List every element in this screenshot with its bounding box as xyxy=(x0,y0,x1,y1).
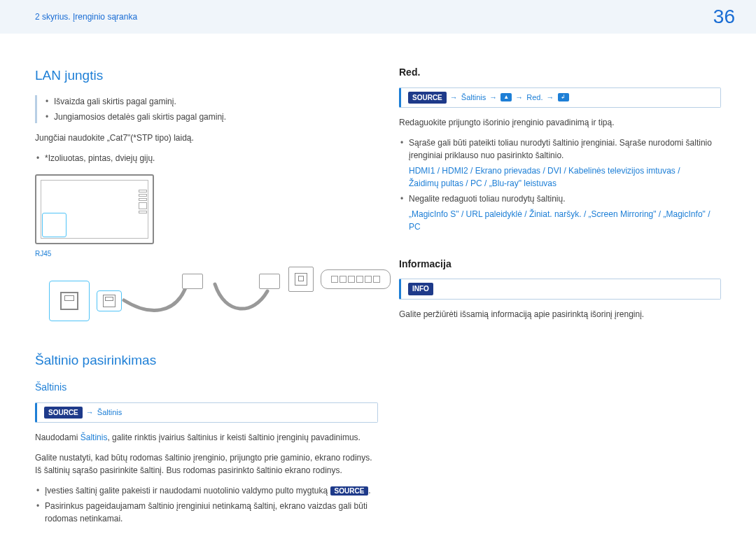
bullet-item: Įvesties šaltinį galite pakeisti ir naud… xyxy=(35,484,378,497)
heading-source: Šaltinis xyxy=(35,380,378,395)
lan-port-highlight xyxy=(42,213,66,237)
cable-plug-icon xyxy=(182,274,203,289)
arrow-icon: → xyxy=(450,92,458,104)
info-badge: INFO xyxy=(408,283,433,295)
path-edit: Red. xyxy=(526,92,542,104)
heading-information: Informacija xyxy=(399,257,721,272)
right-column: Red. SOURCE → Šaltinis → ▲ → Red. → ↲ Re… xyxy=(399,65,721,532)
paragraph: Galite peržiūrėti išsamią informaciją ap… xyxy=(399,308,721,321)
arrow-icon: → xyxy=(86,407,94,419)
source-badge: SOURCE xyxy=(44,407,83,419)
page-content: LAN jungtis Išvaizda gali skirtis pagal … xyxy=(0,34,756,532)
paragraph: Naudodami Šaltinis, galite rinktis įvair… xyxy=(35,431,378,444)
heading-source-selection: Šaltinio pasirinkimas xyxy=(35,350,378,370)
page-number: 36 xyxy=(713,6,735,28)
rj45-plug-small xyxy=(97,290,122,311)
cable-note: *Izoliuotas, pintas, dviejų gijų. xyxy=(35,152,378,164)
note-box: Išvaizda gali skirtis pagal gaminį. Jung… xyxy=(35,95,378,123)
paragraph: Galite nustatyti, kad būtų rodomas šalti… xyxy=(35,451,378,477)
heading-edit: Red. xyxy=(399,65,721,80)
path-source: Šaltinis xyxy=(97,407,122,419)
rj45-label: RJ45 xyxy=(35,248,189,260)
bullet-item: Pasirinkus pageidaujamam šaltinio įrengi… xyxy=(35,500,378,525)
source-path-box: SOURCE → Šaltinis xyxy=(35,402,378,423)
arrow-icon: → xyxy=(489,92,497,104)
source-list: HDMI1 / HDMI2 / Ekrano prievadas / DVI /… xyxy=(409,164,721,177)
left-column: LAN jungtis Išvaizda gali skirtis pagal … xyxy=(35,65,378,532)
note-item: Jungiamosios detalės gali skirtis pagal … xyxy=(44,111,378,123)
note-item: Išvaizda gali skirtis pagal gaminį. xyxy=(44,95,378,108)
source-badge: SOURCE xyxy=(408,92,447,104)
router-icon xyxy=(321,269,391,289)
arrow-icon: → xyxy=(547,92,554,104)
rj45-plug-large xyxy=(49,281,90,321)
up-icon: ▲ xyxy=(500,93,512,101)
bullet-item: Negalite redaguoti toliau nurodytų šalti… xyxy=(399,192,721,233)
heading-lan: LAN jungtis xyxy=(35,65,378,85)
noedit-list: „MagicInfo S" / URL paleidyklė / Žiniat.… xyxy=(409,208,721,233)
paragraph: Redaguokite prijungto išorinio įrenginio… xyxy=(399,116,721,129)
source-badge-inline: SOURCE xyxy=(330,486,369,496)
device-back-illustration xyxy=(35,174,154,244)
breadcrumb: 2 skyrius. Įrenginio sąranka xyxy=(35,12,137,22)
figure-lan-diagram: RJ45 xyxy=(35,174,378,333)
info-path-box: INFO xyxy=(399,279,721,300)
page-header: 2 skyrius. Įrenginio sąranka 36 xyxy=(0,0,756,34)
arrow-icon: → xyxy=(515,92,523,104)
enter-icon: ↲ xyxy=(558,93,569,101)
wall-jack-icon xyxy=(288,267,314,292)
source-list: Žaidimų pultas / PC / „Blu-ray" leistuva… xyxy=(409,177,721,190)
edit-path-box: SOURCE → Šaltinis → ▲ → Red. → ↲ xyxy=(399,87,721,108)
path-source: Šaltinis xyxy=(461,92,486,104)
bullet-item: Sąraše gali būti pateikti toliau nurodyt… xyxy=(399,136,721,190)
cable-plug-icon xyxy=(259,274,280,289)
cable-instruction: Jungčiai naudokite „Cat7"(*STP tipo) lai… xyxy=(35,132,378,145)
